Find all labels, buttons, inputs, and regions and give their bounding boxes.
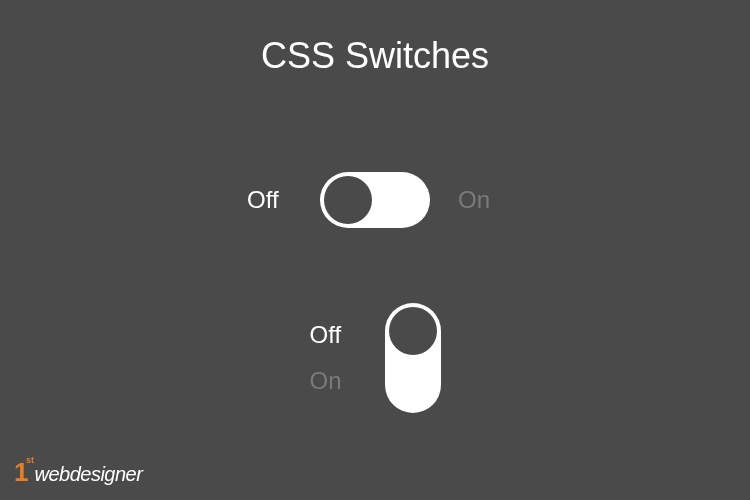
switch-knob <box>389 307 437 355</box>
logo-suffix: st <box>26 455 34 465</box>
switch2-off-label: Off <box>310 321 355 349</box>
vertical-toggle-switch[interactable] <box>385 303 441 413</box>
logo-text: webdesigner <box>34 463 142 486</box>
horizontal-switch-group: Off On <box>0 172 750 228</box>
horizontal-toggle-switch[interactable] <box>320 172 430 228</box>
switch-knob <box>324 176 372 224</box>
switch2-labels: Off On <box>310 321 355 395</box>
logo-prefix: 1 st <box>14 457 28 488</box>
vertical-switch-group: Off On <box>0 303 750 413</box>
switch1-off-label: Off <box>247 186 292 214</box>
logo: 1 st webdesigner <box>14 457 142 488</box>
switch1-on-label: On <box>458 186 503 214</box>
switch2-on-label: On <box>310 367 355 395</box>
page-title: CSS Switches <box>0 0 750 77</box>
